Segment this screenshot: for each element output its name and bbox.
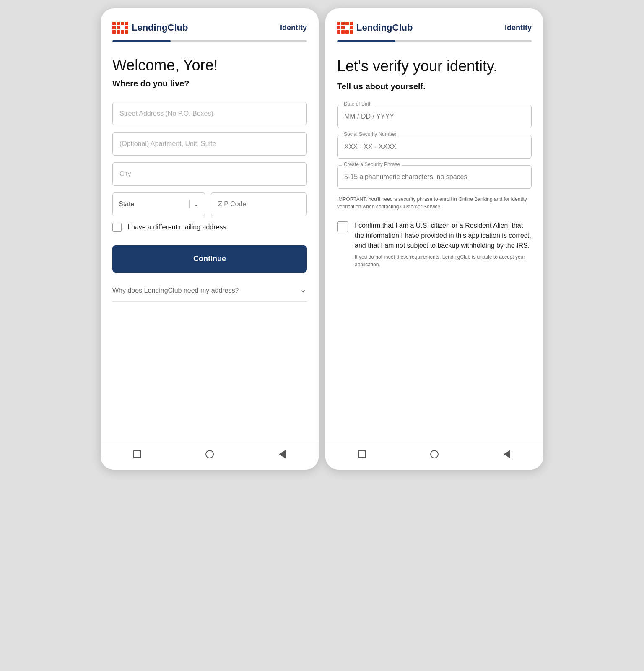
state-chevron-icon: ⌄: [194, 201, 199, 208]
apt-field[interactable]: [112, 132, 307, 156]
left-header-title: Identity: [280, 23, 307, 32]
citizen-text-block: I confirm that I am a U.S. citizen or a …: [355, 221, 532, 268]
verify-title: Let's verify your identity.: [337, 57, 532, 75]
right-progress-fill: [337, 40, 395, 42]
dob-input[interactable]: [337, 105, 532, 128]
right-phone-frame: LendingClub Identity Let's verify your i…: [325, 8, 543, 470]
mailing-address-checkbox[interactable]: [112, 223, 122, 232]
nav-circle-icon[interactable]: [204, 449, 215, 460]
dob-field[interactable]: Date of Birth: [337, 105, 532, 128]
ssn-input[interactable]: [337, 135, 532, 159]
state-zip-row: State ⌄: [112, 192, 307, 216]
continue-button[interactable]: Continue: [112, 245, 307, 273]
zip-field[interactable]: [211, 192, 307, 216]
citizen-checkbox[interactable]: [337, 221, 348, 232]
citizen-row: I confirm that I am a U.S. citizen or a …: [337, 221, 532, 268]
nav-square-icon[interactable]: [132, 449, 143, 460]
security-phrase-field[interactable]: Create a Security Phrase: [337, 165, 532, 189]
left-logo: LendingClub: [112, 22, 188, 34]
left-logo-text: LendingClub: [132, 22, 188, 33]
city-input[interactable]: [112, 162, 307, 186]
nav-back-icon[interactable]: [277, 449, 288, 460]
left-phone-frame: LendingClub Identity Welcome, Yore! Wher…: [101, 8, 319, 470]
left-bottom-nav: [101, 441, 319, 470]
logo-grid-icon: [112, 22, 128, 34]
ssn-label: Social Security Number: [342, 131, 398, 137]
city-field[interactable]: [112, 162, 307, 186]
mailing-address-row: I have a different mailing address: [112, 223, 307, 232]
dob-label: Date of Birth: [342, 101, 374, 107]
street-address-field[interactable]: [112, 102, 307, 125]
state-select[interactable]: State ⌄: [112, 192, 205, 216]
citizen-subtext: If you do not meet these requirements, L…: [355, 253, 532, 268]
right-logo-text: LendingClub: [356, 22, 413, 33]
verify-subtitle: Tell us about yourself.: [337, 82, 532, 91]
mailing-address-label: I have a different mailing address: [127, 224, 226, 231]
security-phrase-label: Create a Security Phrase: [342, 161, 402, 167]
citizen-text: I confirm that I am a U.S. citizen or a …: [355, 222, 531, 249]
ssn-field[interactable]: Social Security Number: [337, 135, 532, 159]
street-address-input[interactable]: [112, 102, 307, 125]
right-nav-circle-icon[interactable]: [429, 449, 440, 460]
left-progress-fill: [112, 40, 171, 42]
right-logo-grid-icon: [337, 22, 353, 34]
right-logo: LendingClub: [337, 22, 413, 34]
right-progress-bar: [337, 40, 532, 42]
right-bottom-nav: [325, 441, 543, 470]
faq-chevron-icon: ⌄: [300, 284, 307, 294]
faq-row[interactable]: Why does LendingClub need my address? ⌄: [112, 284, 307, 302]
apt-input[interactable]: [112, 132, 307, 156]
faq-text: Why does LendingClub need my address?: [112, 287, 300, 294]
state-divider: [189, 200, 190, 208]
zip-input[interactable]: [211, 192, 307, 216]
right-nav-back-icon[interactable]: [501, 449, 512, 460]
right-header-title: Identity: [505, 23, 532, 32]
left-header: LendingClub Identity: [112, 22, 307, 34]
right-nav-square-icon[interactable]: [356, 449, 367, 460]
left-progress-bar: [112, 40, 307, 42]
security-note: IMPORTANT: You'll need a security phrase…: [337, 195, 532, 211]
welcome-subtitle: Where do you live?: [112, 79, 307, 88]
right-header: LendingClub Identity: [337, 22, 532, 34]
state-select-text: State: [119, 200, 185, 208]
security-phrase-input[interactable]: [337, 165, 532, 189]
welcome-title: Welcome, Yore!: [112, 57, 307, 74]
